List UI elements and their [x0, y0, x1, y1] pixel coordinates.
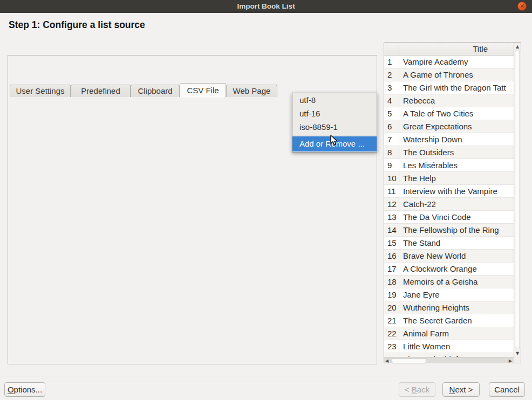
book-row-number[interactable]: 15 — [384, 237, 399, 250]
scrollbar-thumb[interactable] — [515, 51, 520, 348]
book-row-number[interactable]: 14 — [384, 224, 399, 237]
book-row[interactable]: 4 Rebecca — [384, 94, 514, 107]
close-icon[interactable]: ✕ — [517, 2, 527, 11]
book-row-number[interactable]: 16 — [384, 250, 399, 263]
book-title-cell[interactable]: A Tale of Two Cities — [399, 107, 514, 120]
encoding-menu-item[interactable]: utf-8 — [292, 93, 377, 107]
book-title-cell[interactable]: Vampire Academy — [399, 56, 514, 68]
title-column-header[interactable]: Title — [399, 43, 514, 55]
book-row-number[interactable]: 22 — [384, 327, 399, 340]
book-row-number[interactable]: 13 — [384, 211, 399, 224]
book-row-number[interactable]: 8 — [384, 146, 399, 159]
book-title-cell[interactable]: The Book Thief — [399, 353, 514, 357]
book-title-cell[interactable]: Animal Farm — [399, 327, 514, 340]
book-row-number[interactable]: 24 — [384, 353, 399, 357]
import-book-list-dialog: Import Book List ✕ Step 1: Configure a l… — [0, 0, 532, 400]
book-row[interactable]: 10 The Help — [384, 172, 514, 185]
cancel-button[interactable]: Cancel — [489, 382, 525, 397]
book-row[interactable]: 16 Brave New World — [384, 250, 514, 263]
book-row[interactable]: 24 The Book Thief — [384, 353, 514, 357]
book-row[interactable]: 23 Little Women — [384, 340, 514, 353]
book-row-number[interactable]: 20 — [384, 301, 399, 314]
book-title-cell[interactable]: Wuthering Heights — [399, 301, 514, 314]
book-row[interactable]: 20 Wuthering Heights — [384, 301, 514, 314]
book-list-table: Title 1 Vampire Academy 2 A Game of Thro… — [384, 42, 521, 363]
book-title-cell[interactable]: Catch-22 — [399, 198, 514, 211]
book-row-number[interactable]: 9 — [384, 159, 399, 172]
book-title-cell[interactable]: Watership Down — [399, 133, 514, 146]
book-row[interactable]: 8 The Outsiders — [384, 146, 514, 159]
book-row[interactable]: 19 Jane Eyre — [384, 288, 514, 301]
book-title-cell[interactable]: The Help — [399, 172, 514, 185]
book-title-cell[interactable]: The Girl with the Dragon Tatt — [399, 81, 514, 94]
book-title-cell[interactable]: The Da Vinci Code — [399, 211, 514, 224]
tab[interactable]: Web Page — [226, 85, 277, 97]
book-row-number[interactable]: 18 — [384, 275, 399, 288]
book-list-rows: 1 Vampire Academy 2 A Game of Thrones 3 … — [384, 56, 514, 357]
book-row-number[interactable]: 1 — [384, 56, 399, 68]
book-row[interactable]: 21 The Secret Garden — [384, 314, 514, 327]
options-button[interactable]: Options... — [4, 382, 45, 397]
book-title-cell[interactable]: The Fellowship of the Ring — [399, 224, 514, 237]
book-row-number[interactable]: 3 — [384, 81, 399, 94]
book-row[interactable]: 9 Les Misérables — [384, 159, 514, 172]
book-row[interactable]: 14 The Fellowship of the Ring — [384, 224, 514, 237]
next-button[interactable]: Next > — [442, 382, 480, 397]
book-row[interactable]: 11 Interview with the Vampire — [384, 185, 514, 198]
corner-header-cell[interactable] — [384, 43, 399, 55]
book-row-number[interactable]: 7 — [384, 133, 399, 146]
book-row-number[interactable]: 6 — [384, 120, 399, 133]
scrollbar-thumb[interactable] — [392, 358, 426, 363]
book-row-number[interactable]: 12 — [384, 198, 399, 211]
encoding-menu-item[interactable]: utf-16 — [292, 107, 377, 120]
book-row-number[interactable]: 19 — [384, 288, 399, 301]
book-row[interactable]: 7 Watership Down — [384, 133, 514, 146]
book-row-number[interactable]: 2 — [384, 68, 399, 81]
book-row[interactable]: 3 The Girl with the Dragon Tatt — [384, 81, 514, 94]
book-row-number[interactable]: 23 — [384, 340, 399, 353]
book-list-vertical-scrollbar[interactable]: ▲ ▼ — [514, 43, 521, 357]
book-title-cell[interactable]: Les Misérables — [399, 159, 514, 172]
scroll-down-icon[interactable]: ▼ — [514, 351, 521, 356]
book-row-number[interactable]: 11 — [384, 185, 399, 198]
book-title-cell[interactable]: Rebecca — [399, 94, 514, 107]
book-title-cell[interactable]: Jane Eyre — [399, 288, 514, 301]
tab[interactable]: Clipboard — [131, 85, 180, 97]
book-title-cell[interactable]: Little Women — [399, 340, 514, 353]
encoding-menu-item[interactable]: iso-8859-1 — [292, 120, 377, 134]
book-title-cell[interactable]: The Stand — [399, 237, 514, 250]
book-row[interactable]: 18 Memoirs of a Geisha — [384, 275, 514, 288]
book-row[interactable]: 6 Great Expectations — [384, 120, 514, 133]
book-row[interactable]: 1 Vampire Academy — [384, 56, 514, 68]
book-row-number[interactable]: 10 — [384, 172, 399, 185]
scroll-up-icon[interactable]: ▲ — [514, 44, 521, 49]
book-title-cell[interactable]: Brave New World — [399, 250, 514, 263]
book-row[interactable]: 12 Catch-22 — [384, 198, 514, 211]
book-row-number[interactable]: 4 — [384, 94, 399, 107]
book-title-cell[interactable]: The Secret Garden — [399, 314, 514, 327]
book-title-cell[interactable]: Great Expectations — [399, 120, 514, 133]
book-row[interactable]: 22 Animal Farm — [384, 327, 514, 340]
book-row-number[interactable]: 5 — [384, 107, 399, 120]
book-row[interactable]: 13 The Da Vinci Code — [384, 211, 514, 224]
book-row[interactable]: 17 A Clockwork Orange — [384, 263, 514, 275]
title-bar[interactable]: Import Book List ✕ — [0, 0, 532, 13]
book-title-cell[interactable]: A Game of Thrones — [399, 68, 514, 81]
tab[interactable]: User Settings — [10, 85, 71, 97]
book-title-cell[interactable]: Interview with the Vampire — [399, 185, 514, 198]
book-row[interactable]: 5 A Tale of Two Cities — [384, 107, 514, 120]
book-title-cell[interactable]: The Outsiders — [399, 146, 514, 159]
book-row-number[interactable]: 17 — [384, 263, 399, 275]
book-row[interactable]: 2 A Game of Thrones — [384, 68, 514, 81]
tab[interactable]: CSV File — [180, 83, 226, 98]
book-row-number[interactable]: 21 — [384, 314, 399, 327]
tab[interactable]: Predefined — [71, 85, 131, 97]
scroll-right-icon[interactable]: ▶ — [509, 358, 512, 363]
scrollbar-corner — [514, 357, 521, 363]
scroll-left-icon[interactable]: ◀ — [385, 358, 388, 363]
book-row[interactable]: 15 The Stand — [384, 237, 514, 250]
book-title-cell[interactable]: A Clockwork Orange — [399, 263, 514, 275]
book-title-cell[interactable]: Memoirs of a Geisha — [399, 275, 514, 288]
back-button[interactable]: < Back — [399, 382, 435, 397]
book-list-horizontal-scrollbar[interactable]: ◀ ▶ — [384, 357, 514, 363]
